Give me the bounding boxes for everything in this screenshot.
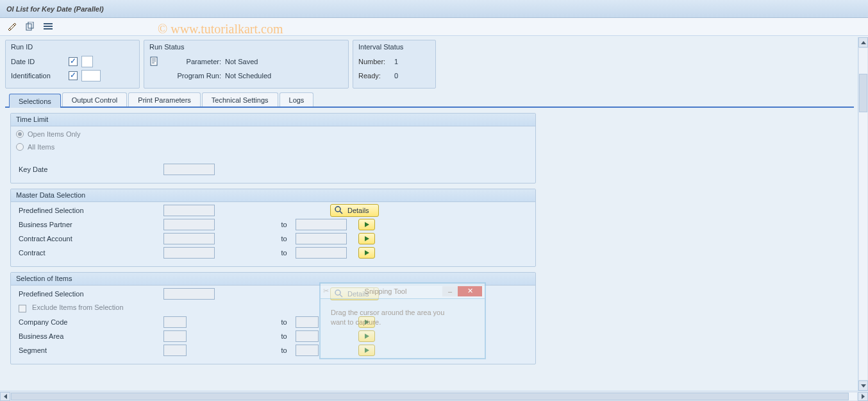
scroll-left-button[interactable] [0,392,10,401]
contract-to[interactable] [296,247,347,259]
predefined-selection-label: Predefined Selection [16,207,163,214]
business-partner-label: Business Partner [16,221,163,228]
svg-point-6 [335,207,340,212]
contract-account-to[interactable] [296,233,347,244]
check-icon [69,71,78,80]
triangle-up-icon [861,41,866,44]
contract-from[interactable] [163,247,215,259]
svg-line-7 [340,211,342,214]
program-run-label: Program Run: [163,72,221,80]
vscroll-track[interactable] [858,47,868,380]
magnifier-icon [335,206,344,215]
multiple-selection-button[interactable] [358,247,375,259]
document-icon [149,56,160,67]
details-label: Details [347,290,369,298]
layout-button[interactable] [41,21,55,33]
segment-from[interactable] [163,345,187,356]
multiple-selection-button[interactable] [358,330,375,342]
scroll-down-button[interactable] [858,380,868,391]
tab-print-parameters[interactable]: Print Parameters [128,92,201,107]
body-scroll-area[interactable]: Run ID Date ID Identification Run Status [0,36,868,391]
magnifier-icon [335,289,344,298]
svg-line-9 [340,294,342,297]
key-date-input[interactable] [163,164,215,175]
multiple-selection-button[interactable] [358,233,375,244]
arrow-right-icon [365,236,369,241]
horizontal-scrollbar[interactable] [0,391,868,401]
predefined-selection-input[interactable] [163,205,215,216]
group-time-limit-title: Time Limit [11,114,535,126]
program-run-value: Not Scheduled [225,72,271,80]
parameter-label: Parameter: [163,58,221,65]
multiple-selection-button[interactable] [358,219,375,230]
business-area-to[interactable] [296,330,319,342]
copy-icon [26,22,35,32]
details-button-master[interactable]: Details [330,204,379,217]
contract-account-from[interactable] [163,233,215,244]
panel-run-id-title: Run ID [11,43,134,51]
tab-technical-settings[interactable]: Technical Settings [202,92,278,107]
to-label: to [272,332,296,340]
date-id-label: Date ID [11,58,62,65]
vertical-scrollbar[interactable] [858,37,868,391]
ready-label: Ready: [358,72,390,80]
identification-label: Identification [11,72,62,80]
company-code-from[interactable] [163,316,187,328]
tab-logs[interactable]: Logs [280,92,314,107]
vscroll-thumb[interactable] [859,74,867,112]
window-titlebar: OI List for Key Date (Parallel) [0,0,868,18]
identification-input[interactable] [81,70,101,81]
date-id-input[interactable] [81,56,93,67]
predefined-selection-items-label: Predefined Selection [16,290,163,298]
parameter-value: Not Saved [225,58,258,65]
tabstrip: Selections Output Control Print Paramete… [5,92,854,108]
contract-label: Contract [16,249,163,257]
tab-output-control[interactable]: Output Control [62,92,128,107]
panel-run-status: Run Status Parameter: Not Saved Program … [144,40,349,89]
panel-run-id: Run ID Date ID Identification [5,40,140,89]
arrow-right-icon [365,348,369,353]
check-icon [69,57,78,66]
scroll-right-button[interactable] [858,392,868,401]
edit-button[interactable] [5,21,19,33]
group-master-data-title: Master Data Selection [11,189,535,202]
copy-button[interactable] [23,21,37,33]
svg-rect-1 [28,22,33,28]
radio-all-items [16,143,24,151]
tab-selections[interactable]: Selections [9,94,61,108]
hscroll-track[interactable] [10,392,858,401]
hscroll-thumb[interactable] [11,393,849,400]
predefined-selection-items-input[interactable] [163,288,215,300]
details-label: Details [347,207,369,214]
multiple-selection-button[interactable] [358,316,375,328]
open-items-only-label: Open Items Only [28,130,81,138]
to-label: to [272,318,296,326]
checkbox-disabled-icon [19,305,26,312]
number-label: Number: [358,58,390,65]
arrow-right-icon [365,250,369,255]
details-button-items[interactable]: Details [330,287,379,300]
to-label: to [272,235,296,243]
business-area-label: Business Area [16,332,163,340]
exclude-items-label: Exclude Items from Selection [16,303,163,312]
company-code-label: Company Code [16,318,163,326]
multiple-selection-button[interactable] [358,345,375,356]
arrow-right-icon [365,222,369,227]
group-selection-items-title: Selection of Items [11,273,535,286]
business-area-from[interactable] [163,330,187,342]
segment-to[interactable] [296,345,319,356]
to-label: to [272,249,296,257]
business-partner-from[interactable] [163,219,215,230]
key-date-label: Key Date [16,166,163,173]
scroll-up-button[interactable] [858,37,868,47]
to-label: to [272,221,296,228]
contract-account-label: Contract Account [16,235,163,243]
radio-open-items-only [16,130,24,138]
business-partner-to[interactable] [296,219,347,230]
svg-rect-0 [26,24,31,30]
to-label: to [272,346,296,354]
arrow-right-icon [365,334,369,339]
all-items-label: All Items [28,143,54,151]
company-code-to[interactable] [296,316,319,328]
svg-rect-2 [44,23,53,24]
